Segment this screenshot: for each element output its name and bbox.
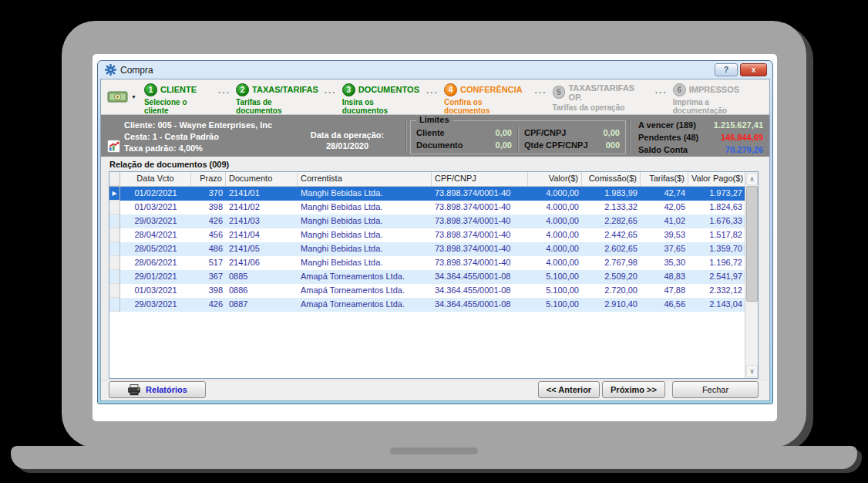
- table-cell[interactable]: 0885: [226, 270, 298, 284]
- column-header[interactable]: Documento: [226, 172, 298, 186]
- column-header[interactable]: CPF/CNPJ: [432, 172, 528, 186]
- step-cliente[interactable]: 1 CLIENTE Selecione o cliente: [144, 83, 213, 115]
- table-cell[interactable]: 2.602,65: [582, 242, 641, 256]
- table-cell[interactable]: 2.509,20: [582, 270, 641, 284]
- titlebar[interactable]: Compra ? x: [100, 61, 770, 79]
- table-cell[interactable]: 34.364.455/0001-08: [432, 298, 528, 312]
- table-cell[interactable]: 2.282,65: [582, 214, 641, 228]
- table-cell[interactable]: 1.196,72: [688, 256, 745, 270]
- row-selector[interactable]: [109, 242, 120, 256]
- table-cell[interactable]: 73.898.374/0001-40: [432, 214, 528, 228]
- table-cell[interactable]: 4.000,00: [528, 242, 582, 256]
- table-cell[interactable]: 4.000,00: [528, 228, 582, 242]
- close-button[interactable]: Fechar: [672, 381, 759, 398]
- row-selector[interactable]: [109, 298, 120, 312]
- table-cell[interactable]: 4.000,00: [528, 201, 582, 214]
- table-cell[interactable]: 426: [191, 298, 226, 312]
- table-cell[interactable]: 367: [191, 270, 226, 284]
- row-selector[interactable]: [109, 201, 120, 214]
- table-cell[interactable]: 1.676,33: [688, 214, 745, 228]
- scroll-down-button[interactable]: ∨: [746, 365, 758, 377]
- table-row[interactable]: 29/03/20214262141/03Manghi Bebidas Ltda.…: [109, 214, 745, 228]
- table-cell[interactable]: 2.541,97: [688, 270, 745, 284]
- table-cell[interactable]: 41,02: [641, 214, 688, 228]
- step-conferencia[interactable]: 4 CONFERÊNCIA Confira os documentos: [444, 83, 530, 115]
- reports-button[interactable]: Relatórios: [109, 381, 206, 398]
- table-cell[interactable]: 39,53: [641, 228, 688, 242]
- table-row[interactable]: 01/03/20213982141/02Manghi Bebidas Ltda.…: [109, 201, 745, 214]
- step-taxas-tarifas-op[interactable]: 5 TAXAS/TARIFAS OP. Tarifas da operação: [553, 83, 650, 112]
- chart-icon[interactable]: [107, 140, 120, 153]
- table-cell[interactable]: 1.973,27: [688, 187, 745, 201]
- table-cell[interactable]: 2141/02: [226, 201, 298, 214]
- table-cell[interactable]: 2141/01: [226, 187, 298, 201]
- table-cell[interactable]: 1.517,82: [688, 228, 745, 242]
- table-cell[interactable]: Manghi Bebidas Ltda.: [298, 201, 432, 214]
- column-header[interactable]: Comissão($): [582, 172, 641, 186]
- table-row[interactable]: 28/05/20214862141/05Manghi Bebidas Ltda.…: [109, 242, 745, 256]
- table-cell[interactable]: 28/06/2021: [120, 256, 191, 270]
- vertical-scrollbar[interactable]: ∧ ∨: [745, 172, 758, 378]
- table-cell[interactable]: 73.898.374/0001-40: [432, 242, 528, 256]
- table-cell[interactable]: Manghi Bebidas Ltda.: [298, 242, 432, 256]
- column-header[interactable]: Correntista: [298, 172, 432, 186]
- scroll-thumb[interactable]: [746, 186, 758, 302]
- close-window-button[interactable]: x: [740, 63, 767, 76]
- table-cell[interactable]: 48,83: [641, 270, 688, 284]
- row-selector[interactable]: [109, 256, 120, 270]
- table-cell[interactable]: 01/02/2021: [120, 187, 191, 201]
- previous-button[interactable]: << Anterior: [538, 381, 600, 398]
- operation-menu-button[interactable]: ▼: [107, 90, 136, 103]
- table-cell[interactable]: 34.364.455/0001-08: [432, 270, 528, 284]
- row-pointer-icon[interactable]: ▶: [109, 187, 120, 201]
- row-selector[interactable]: [109, 214, 120, 228]
- table-cell[interactable]: Manghi Bebidas Ltda.: [298, 187, 432, 201]
- table-cell[interactable]: 398: [191, 284, 226, 298]
- table-cell[interactable]: 01/03/2021: [120, 284, 191, 298]
- column-header[interactable]: Tarifas($): [641, 172, 688, 186]
- table-cell[interactable]: 42,74: [641, 187, 688, 201]
- table-cell[interactable]: Manghi Bebidas Ltda.: [298, 228, 432, 242]
- table-row[interactable]: ▶01/02/20213702141/01Manghi Bebidas Ltda…: [109, 187, 745, 201]
- table-cell[interactable]: 73.898.374/0001-40: [432, 187, 528, 201]
- table-cell[interactable]: 29/03/2021: [120, 214, 191, 228]
- table-cell[interactable]: 73.898.374/0001-40: [432, 201, 528, 214]
- table-cell[interactable]: 2.143,04: [688, 298, 745, 312]
- table-cell[interactable]: 1.824,63: [688, 201, 745, 214]
- table-cell[interactable]: 2141/06: [226, 256, 298, 270]
- table-cell[interactable]: 1.359,70: [688, 242, 745, 256]
- step-taxas-tarifas[interactable]: 2 TAXAS/TARIFAS Tarifas de documentos: [236, 83, 319, 115]
- table-cell[interactable]: 2141/03: [226, 214, 298, 228]
- table-cell[interactable]: 2141/04: [226, 228, 298, 242]
- table-row[interactable]: 01/03/20213980886Amapá Torneamentos Ltda…: [109, 284, 745, 298]
- table-cell[interactable]: 29/01/2021: [120, 270, 191, 284]
- table-cell[interactable]: 47,88: [641, 284, 688, 298]
- grid-corner-cell[interactable]: [109, 172, 120, 186]
- column-header[interactable]: Prazo: [191, 172, 226, 186]
- table-cell[interactable]: 29/03/2021: [120, 298, 191, 312]
- column-header[interactable]: Valor Pago($): [688, 172, 745, 186]
- table-cell[interactable]: 73.898.374/0001-40: [432, 228, 528, 242]
- table-cell[interactable]: 5.100,00: [528, 284, 582, 298]
- table-cell[interactable]: 1.983,99: [582, 187, 641, 201]
- table-cell[interactable]: 2.133,32: [582, 201, 641, 214]
- table-cell[interactable]: 35,30: [641, 256, 688, 270]
- table-cell[interactable]: 46,56: [641, 298, 688, 312]
- table-cell[interactable]: Manghi Bebidas Ltda.: [298, 256, 432, 270]
- table-cell[interactable]: 2.720,00: [582, 284, 641, 298]
- table-cell[interactable]: 28/05/2021: [120, 242, 191, 256]
- column-header[interactable]: Data Vcto: [120, 172, 191, 186]
- table-cell[interactable]: 0887: [226, 298, 298, 312]
- table-cell[interactable]: 2.767,98: [582, 256, 641, 270]
- table-cell[interactable]: 2.332,12: [688, 284, 745, 298]
- step-impressos[interactable]: 6 IMPRESSOS Imprima a documentação: [673, 83, 765, 115]
- column-header[interactable]: Valor($): [528, 172, 582, 186]
- table-cell[interactable]: 28/04/2021: [120, 228, 191, 242]
- table-cell[interactable]: 398: [191, 201, 226, 214]
- table-cell[interactable]: 2141/05: [226, 242, 298, 256]
- table-cell[interactable]: Amapá Torneamentos Ltda.: [298, 270, 432, 284]
- table-cell[interactable]: 426: [191, 214, 226, 228]
- table-cell[interactable]: Amapá Torneamentos Ltda.: [298, 298, 432, 312]
- next-button[interactable]: Próximo >>: [602, 381, 665, 398]
- table-cell[interactable]: 486: [191, 242, 226, 256]
